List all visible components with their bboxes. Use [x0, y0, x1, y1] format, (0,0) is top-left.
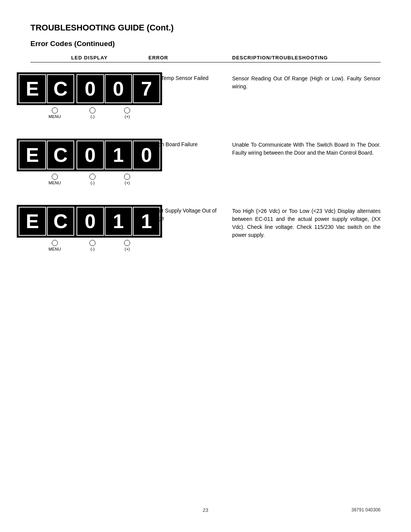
- doc-number: 38791 040306: [351, 507, 381, 513]
- page-number-text: 23: [203, 507, 208, 513]
- description-text: Unable To Communicate With The Switch Bo…: [232, 139, 381, 157]
- error-text: Power Supply Voltage Out of Range: [148, 205, 232, 222]
- led-button-label: (-): [91, 114, 95, 119]
- led-buttons-row: MENU(-)(+): [30, 240, 148, 251]
- led-buttons-row: MENU(-)(+): [30, 174, 148, 185]
- led-display-col: EC011MENU(-)(+): [30, 205, 148, 251]
- led-cell: E: [19, 141, 46, 169]
- led-button-group: (+): [124, 174, 130, 185]
- error-text: Tank Temp Sensor Failed: [148, 72, 232, 82]
- led-cell: 0: [105, 74, 132, 103]
- led-cell: 1: [105, 141, 132, 169]
- led-button-label: (+): [125, 114, 130, 119]
- led-button-label: MENU: [49, 247, 61, 251]
- page-footer: 23 38791 040306: [0, 507, 411, 513]
- led-button-group: MENU: [49, 174, 61, 185]
- led-button-group: (-): [89, 174, 96, 185]
- led-button-label: (+): [125, 181, 130, 185]
- led-button-circle: [89, 107, 96, 113]
- led-cell: E: [19, 74, 46, 103]
- error-rows-container: EC007MENU(-)(+)Tank Temp Sensor FailedSe…: [30, 66, 381, 251]
- section-title: Error Codes (Continued): [30, 40, 381, 48]
- led-button-label: (-): [91, 247, 95, 251]
- led-cell: 0: [76, 207, 104, 236]
- led-display-col: EC007MENU(-)(+): [30, 72, 148, 119]
- led-box: EC011: [17, 205, 162, 238]
- led-button-circle: [124, 240, 130, 246]
- led-button-circle: [124, 107, 130, 113]
- led-button-group: (+): [124, 240, 130, 251]
- led-button-group: MENU: [49, 240, 61, 251]
- led-cell: 0: [76, 141, 104, 169]
- led-button-circle: [89, 174, 96, 180]
- led-button-label: MENU: [49, 114, 61, 119]
- col-led-header: LED DISPLAY: [30, 55, 148, 61]
- led-box: EC007: [17, 72, 162, 105]
- error-row: EC010MENU(-)(+)Switch Board FailureUnabl…: [30, 133, 381, 185]
- led-cell: C: [47, 74, 74, 103]
- led-button-circle: [52, 174, 58, 180]
- led-cell: C: [47, 141, 74, 169]
- led-button-group: MENU: [49, 107, 61, 119]
- led-button-label: (-): [91, 181, 95, 185]
- col-desc-header: DESCRIPTION/TROUBLESHOOTING: [232, 55, 381, 61]
- description-text: Too High (>26 Vdc) or Too Low (<23 Vdc) …: [232, 205, 381, 239]
- led-button-circle: [52, 240, 58, 246]
- columns-header: LED DISPLAY ERROR DESCRIPTION/TROUBLESHO…: [30, 55, 381, 62]
- led-cell: 1: [105, 207, 132, 236]
- led-button-circle: [89, 240, 96, 246]
- led-button-group: (-): [89, 240, 96, 251]
- led-buttons-row: MENU(-)(+): [30, 107, 148, 119]
- led-box: EC010: [17, 139, 162, 171]
- led-cell: 0: [76, 74, 104, 103]
- led-cell: C: [47, 207, 74, 236]
- led-button-group: (+): [124, 107, 130, 119]
- description-text: Sensor Reading Out Of Range (High or Low…: [232, 72, 381, 91]
- page-title: TROUBLESHOOTING GUIDE (Cont.): [30, 23, 381, 33]
- led-button-label: MENU: [49, 181, 61, 185]
- error-row: EC007MENU(-)(+)Tank Temp Sensor FailedSe…: [30, 66, 381, 119]
- col-error-header: ERROR: [148, 55, 232, 61]
- led-button-label: (+): [125, 247, 130, 251]
- led-display-col: EC010MENU(-)(+): [30, 139, 148, 185]
- error-row: EC011MENU(-)(+)Power Supply Voltage Out …: [30, 199, 381, 251]
- led-cell: E: [19, 207, 46, 236]
- led-button-circle: [124, 174, 130, 180]
- error-text: Switch Board Failure: [148, 139, 232, 149]
- page-number: 23: [30, 507, 381, 513]
- led-button-group: (-): [89, 107, 96, 119]
- led-button-circle: [52, 107, 58, 113]
